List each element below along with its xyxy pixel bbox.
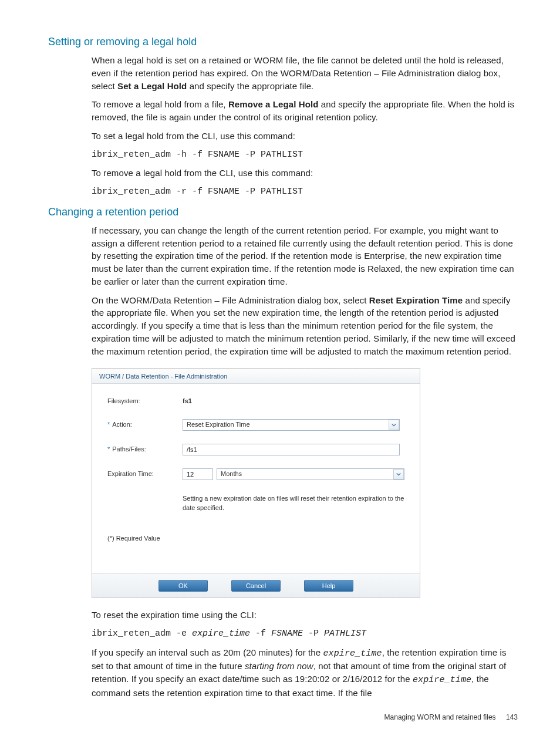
arg-fsname: FSNAME	[271, 629, 303, 639]
para-interval-note: If you specify an interval such as 20m (…	[92, 646, 518, 700]
inline-expire-time-1: expire_time	[323, 649, 382, 659]
para-cli-reset: To reset the expiration time using the C…	[92, 609, 518, 622]
footer-text: Managing WORM and retained files	[384, 713, 496, 721]
chevron-down-icon	[389, 420, 399, 430]
select-action-value: Reset Expiration Time	[183, 420, 389, 430]
arg-expire-time: expire_time	[192, 629, 250, 639]
select-expiration-unit-value: Months	[217, 470, 393, 479]
text: On the WORM/Data Retention – File Admini…	[92, 295, 369, 305]
dialog-help-text: Setting a new expiration date on files w…	[183, 494, 404, 513]
text: If you specify an interval such as 20m (…	[92, 647, 323, 657]
input-expiration-value[interactable]	[183, 468, 213, 480]
help-button[interactable]: Help	[304, 580, 353, 592]
chevron-down-icon	[393, 469, 404, 480]
row-filesystem: Filesystem: fs1	[107, 397, 404, 406]
dialog-title: WORM / Data Retention - File Administrat…	[92, 369, 420, 384]
value-filesystem: fs1	[183, 397, 192, 406]
heading-retention-period: Changing a retention period	[48, 204, 518, 220]
dialog-body: Filesystem: fs1 *Action: Reset Expiratio…	[92, 384, 420, 573]
emphasis-set-legal-hold: Set a Legal Hold	[117, 81, 187, 91]
text: To remove a legal hold from a file,	[92, 99, 228, 109]
cancel-button[interactable]: Cancel	[231, 580, 281, 592]
dialog-footer: OK Cancel Help	[92, 573, 420, 598]
code-remove-hold: ibrix_reten_adm -r -f FSNAME -P PATHLIST	[92, 185, 518, 198]
text: Paths/Files:	[112, 445, 146, 453]
ok-button[interactable]: OK	[158, 580, 208, 592]
input-paths[interactable]	[183, 444, 400, 455]
para-cli-remove: To remove a legal hold from the CLI, use…	[92, 167, 518, 180]
select-expiration-unit[interactable]: Months	[217, 468, 404, 480]
para-legal-hold-2: To remove a legal hold from a file, Remo…	[92, 98, 518, 124]
label-paths: *Paths/Files:	[107, 445, 183, 454]
text: -P	[303, 629, 324, 639]
arg-pathlist: PATHLIST	[324, 629, 366, 639]
dialog-worm-file-admin: WORM / Data Retention - File Administrat…	[92, 368, 420, 598]
heading-legal-hold: Setting or removing a legal hold	[48, 34, 518, 49]
para-legal-hold-1: When a legal hold is set on a retained o…	[92, 54, 518, 92]
row-action: *Action: Reset Expiration Time	[107, 419, 404, 431]
row-expiration: Expiration Time: Months	[107, 468, 404, 480]
page-footer: Managing WORM and retained files 143	[384, 713, 518, 723]
emphasis-remove-legal-hold: Remove a Legal Hold	[228, 99, 319, 109]
text: ibrix_reten_adm -e	[92, 629, 192, 639]
text: -f	[250, 629, 271, 639]
label-action: *Action:	[107, 420, 183, 430]
para-retention-1: If necessary, you can change the length …	[92, 224, 518, 288]
label-expiration: Expiration Time:	[107, 470, 183, 479]
text: and specify the appropriate file.	[187, 81, 313, 91]
inline-expire-time-2: expire_time	[413, 675, 471, 685]
emphasis-reset-expiration: Reset Expiration Time	[369, 295, 463, 305]
page-number: 143	[506, 713, 518, 721]
para-retention-2: On the WORM/Data Retention – File Admini…	[92, 294, 518, 358]
para-cli-set: To set a legal hold from the CLI, use th…	[92, 130, 518, 143]
required-value-note: (*) Required Value	[107, 534, 404, 544]
select-action[interactable]: Reset Expiration Time	[183, 419, 400, 431]
inline-starting-from-now: starting from now	[245, 661, 313, 671]
code-set-hold: ibrix_reten_adm -h -f FSNAME -P PATHLIST	[92, 148, 518, 161]
code-reset-expiration: ibrix_reten_adm -e expire_time -f FSNAME…	[92, 627, 518, 640]
text: Action:	[112, 421, 132, 428]
label-filesystem: Filesystem:	[107, 397, 183, 406]
row-paths: *Paths/Files:	[107, 444, 404, 455]
